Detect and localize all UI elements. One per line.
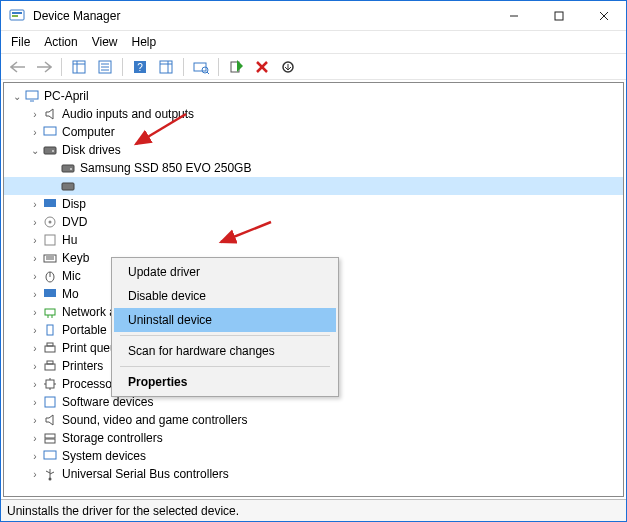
- chevron-right-icon[interactable]: ›: [28, 359, 42, 373]
- tree-node-label: Mic: [62, 269, 81, 283]
- svg-line-64: [50, 472, 54, 474]
- svg-rect-52: [46, 380, 54, 388]
- properties-button[interactable]: [94, 56, 116, 78]
- chevron-right-icon[interactable]: ›: [28, 287, 42, 301]
- tree-node-label: Software devices: [62, 395, 153, 409]
- svg-rect-16: [160, 61, 172, 73]
- chevron-down-icon[interactable]: ⌄: [10, 89, 24, 103]
- tree-node[interactable]: › Disp: [4, 195, 623, 213]
- keyboard-icon: [42, 250, 58, 266]
- chevron-right-icon[interactable]: ›: [28, 215, 42, 229]
- svg-rect-34: [44, 199, 56, 207]
- storage-icon: [42, 430, 58, 446]
- svg-rect-51: [47, 361, 53, 364]
- enable-device-icon[interactable]: [225, 56, 247, 78]
- context-menu-separator: [120, 335, 330, 336]
- chevron-right-icon[interactable]: ›: [28, 377, 42, 391]
- context-menu-separator: [120, 366, 330, 367]
- chevron-right-icon[interactable]: ›: [28, 251, 42, 265]
- tree-node-label: Audio inputs and outputs: [62, 107, 194, 121]
- action-pane-button[interactable]: [155, 56, 177, 78]
- update-driver-icon[interactable]: [277, 56, 299, 78]
- svg-rect-29: [44, 147, 56, 154]
- svg-text:?: ?: [137, 62, 143, 73]
- tree-node-label: Printers: [62, 359, 103, 373]
- chevron-right-icon[interactable]: ›: [28, 449, 42, 463]
- forward-button[interactable]: [33, 56, 55, 78]
- chevron-right-icon[interactable]: ›: [28, 413, 42, 427]
- svg-rect-50: [45, 364, 55, 370]
- menu-view[interactable]: View: [92, 35, 118, 49]
- tree-root[interactable]: ⌄ PC-April: [4, 87, 623, 105]
- tree-node-disk-child[interactable]: Samsung SSD 850 EVO 250GB: [4, 159, 623, 177]
- portable-icon: [42, 322, 58, 338]
- show-hide-tree-button[interactable]: [68, 56, 90, 78]
- svg-rect-37: [45, 235, 55, 245]
- tree-node-selected[interactable]: [4, 177, 623, 195]
- back-button[interactable]: [7, 56, 29, 78]
- chevron-right-icon[interactable]: ›: [28, 233, 42, 247]
- svg-point-32: [70, 168, 72, 170]
- tree-node-label: Sound, video and game controllers: [62, 413, 247, 427]
- chevron-right-icon[interactable]: ›: [28, 125, 42, 139]
- scan-hardware-icon[interactable]: [190, 56, 212, 78]
- svg-rect-43: [44, 289, 56, 297]
- menu-help[interactable]: Help: [132, 35, 157, 49]
- chevron-right-icon[interactable]: ›: [28, 269, 42, 283]
- sound-icon: [42, 412, 58, 428]
- svg-rect-2: [12, 15, 18, 17]
- svg-rect-1: [12, 12, 22, 14]
- close-button[interactable]: [581, 1, 626, 30]
- computer-icon: [42, 124, 58, 140]
- tree-node-label: DVD: [62, 215, 87, 229]
- tree-node[interactable]: › DVD: [4, 213, 623, 231]
- chevron-right-icon[interactable]: ›: [28, 341, 42, 355]
- tree-node[interactable]: › Storage controllers: [4, 429, 623, 447]
- window-title: Device Manager: [33, 9, 491, 23]
- app-icon: [9, 8, 25, 24]
- chevron-right-icon[interactable]: ›: [28, 395, 42, 409]
- minimize-button[interactable]: [491, 1, 536, 30]
- maximize-button[interactable]: [536, 1, 581, 30]
- chevron-right-icon[interactable]: ›: [28, 197, 42, 211]
- uninstall-device-icon[interactable]: [251, 56, 273, 78]
- chevron-right-icon[interactable]: ›: [28, 305, 42, 319]
- toolbar: ?: [1, 54, 626, 80]
- tree-node[interactable]: › System devices: [4, 447, 623, 465]
- tree-node[interactable]: › Universal Serial Bus controllers: [4, 465, 623, 483]
- ctx-uninstall-device[interactable]: Uninstall device: [114, 308, 336, 332]
- svg-rect-49: [47, 343, 53, 346]
- svg-point-30: [52, 150, 54, 152]
- toolbar-separator: [61, 58, 62, 76]
- menu-file[interactable]: File: [11, 35, 30, 49]
- chevron-right-icon[interactable]: ›: [28, 431, 42, 445]
- tree-node-disk-drives[interactable]: ⌄ Disk drives: [4, 141, 623, 159]
- chevron-right-icon[interactable]: ›: [28, 467, 42, 481]
- tree-node[interactable]: › Computer: [4, 123, 623, 141]
- tree-node[interactable]: › Hu: [4, 231, 623, 249]
- context-menu: Update driver Disable device Uninstall d…: [111, 257, 339, 397]
- help-button[interactable]: ?: [129, 56, 151, 78]
- svg-rect-33: [62, 183, 74, 190]
- svg-line-63: [46, 471, 50, 473]
- system-icon: [42, 448, 58, 464]
- tree-node[interactable]: › Sound, video and game controllers: [4, 411, 623, 429]
- monitor-icon: [42, 286, 58, 302]
- printer-icon: [42, 340, 58, 356]
- svg-rect-59: [45, 439, 55, 443]
- ctx-scan-hardware[interactable]: Scan for hardware changes: [114, 339, 336, 363]
- network-icon: [42, 304, 58, 320]
- tree-node-label: Storage controllers: [62, 431, 163, 445]
- ctx-disable-device[interactable]: Disable device: [114, 284, 336, 308]
- svg-rect-7: [73, 61, 85, 73]
- ctx-properties[interactable]: Properties: [114, 370, 336, 394]
- tree-node[interactable]: › Audio inputs and outputs: [4, 105, 623, 123]
- menu-action[interactable]: Action: [44, 35, 77, 49]
- tree-node-label: Keyb: [62, 251, 89, 265]
- chevron-down-icon[interactable]: ⌄: [28, 143, 42, 157]
- chevron-right-icon[interactable]: ›: [28, 323, 42, 337]
- chevron-right-icon[interactable]: ›: [28, 107, 42, 121]
- tree-node-label: Disp: [62, 197, 86, 211]
- ctx-update-driver[interactable]: Update driver: [114, 260, 336, 284]
- svg-rect-60: [44, 451, 56, 459]
